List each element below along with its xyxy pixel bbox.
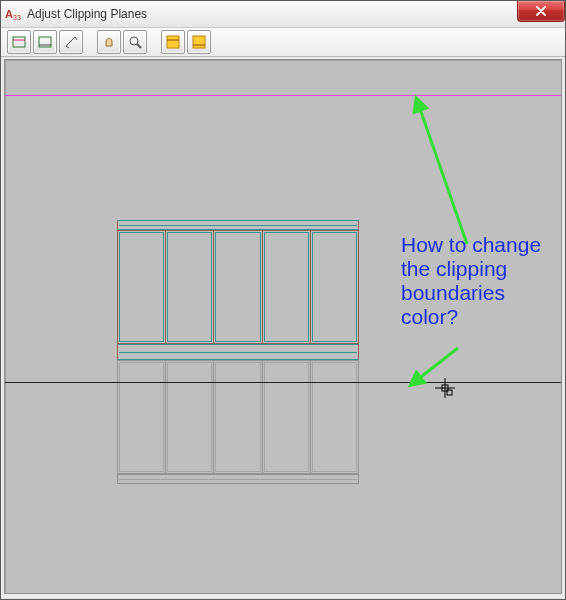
svg-line-12: [419, 106, 467, 244]
adjust-front-clip-button[interactable]: [7, 30, 31, 54]
toolbar-separator: [149, 31, 159, 53]
viewport[interactable]: How to change the clipping boundaries co…: [4, 59, 562, 594]
window: A 33 Adjust Clipping Planes: [0, 0, 566, 600]
zoom-icon: [127, 34, 143, 50]
svg-text:A: A: [5, 8, 13, 20]
back-clipping-plane-line[interactable]: [5, 382, 561, 383]
model-geometry: [117, 220, 359, 484]
window-title: Adjust Clipping Planes: [27, 7, 147, 21]
adjust-front-clip-icon: [11, 34, 27, 50]
annotation-arrow-top: [405, 94, 485, 254]
front-clipping-plane-line[interactable]: [5, 95, 561, 96]
front-clip-on-icon: [165, 34, 181, 50]
cursor-icon: [435, 378, 455, 398]
svg-point-6: [130, 37, 138, 45]
title-bar: A 33 Adjust Clipping Planes: [1, 1, 565, 28]
slice-button[interactable]: [59, 30, 83, 54]
app-icon: A 33: [5, 6, 21, 22]
svg-text:33: 33: [13, 14, 21, 21]
svg-rect-8: [167, 36, 179, 48]
svg-rect-10: [193, 36, 205, 48]
adjust-back-clip-icon: [37, 34, 53, 50]
zoom-button[interactable]: [123, 30, 147, 54]
slice-icon: [63, 34, 79, 50]
back-clip-on-icon: [191, 34, 207, 50]
close-button[interactable]: [517, 1, 565, 22]
annotation-arrow-bottom: [403, 342, 473, 392]
annotation-text: How to change the clipping boundaries co…: [401, 233, 541, 329]
svg-rect-16: [442, 385, 448, 391]
pan-icon: [101, 34, 117, 50]
svg-line-13: [417, 348, 458, 380]
front-clip-on-button[interactable]: [161, 30, 185, 54]
back-clip-on-button[interactable]: [187, 30, 211, 54]
toolbar: [1, 28, 565, 57]
toolbar-separator: [85, 31, 95, 53]
svg-line-7: [137, 44, 141, 48]
svg-rect-2: [13, 37, 25, 47]
adjust-back-clip-button[interactable]: [33, 30, 57, 54]
svg-rect-17: [447, 390, 452, 395]
pan-button[interactable]: [97, 30, 121, 54]
